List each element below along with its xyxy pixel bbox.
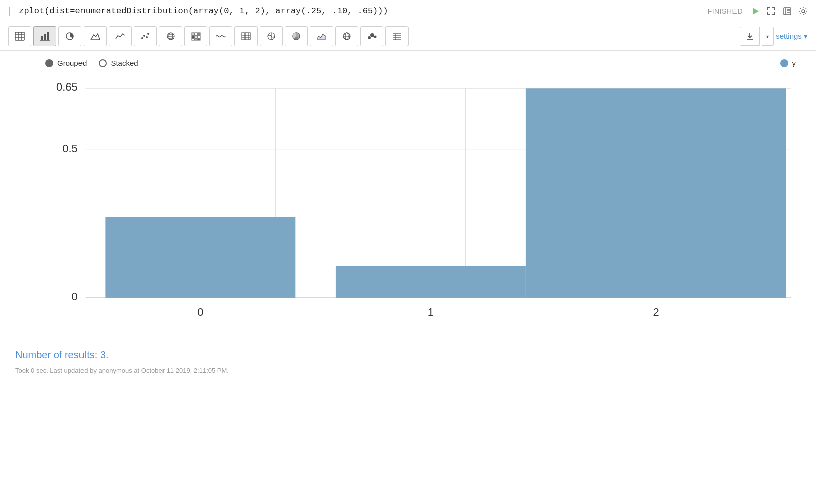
top-icons: [751, 7, 808, 16]
chart-container: Grouped Stacked y 0.65 0.5 0: [0, 51, 816, 334]
toolbar-heatmap-btn[interactable]: [184, 26, 207, 46]
legend-y: y: [780, 59, 796, 67]
y-label: y: [792, 59, 796, 67]
y-dot: [780, 59, 788, 67]
vertical-bar-separator: |: [8, 5, 11, 17]
svg-point-21: [147, 33, 149, 35]
bar-0: [105, 217, 295, 298]
svg-text:1: 1: [428, 306, 434, 319]
grouped-dot: [45, 59, 53, 67]
svg-rect-1: [784, 8, 791, 15]
legend-stacked[interactable]: Stacked: [99, 59, 138, 67]
svg-rect-7: [15, 32, 24, 40]
svg-text:0.5: 0.5: [62, 142, 77, 155]
svg-rect-27: [192, 33, 194, 35]
legend-grouped[interactable]: Grouped: [45, 59, 87, 67]
book-button[interactable]: [783, 7, 792, 16]
stacked-label: Stacked: [111, 59, 138, 67]
stacked-dot: [99, 59, 107, 67]
status-label: FINISHED: [708, 7, 743, 15]
chart-area: 0.65 0.5 0 0 1 2: [45, 72, 796, 324]
run-button[interactable]: [751, 7, 760, 16]
toolbar-pie-btn[interactable]: [58, 26, 81, 46]
chart-legend: Grouped Stacked y: [45, 59, 801, 67]
toolbar-table-btn[interactable]: [8, 26, 31, 46]
svg-rect-14: [47, 32, 49, 40]
svg-rect-36: [242, 33, 250, 40]
svg-point-49: [368, 36, 371, 39]
results-section: Number of results: 3. Took 0 sec. Last u…: [0, 334, 816, 379]
svg-text:0: 0: [197, 306, 203, 319]
svg-rect-35: [198, 39, 200, 40]
grouped-label: Grouped: [57, 59, 87, 67]
download-button[interactable]: [740, 27, 760, 46]
settings-gear-button[interactable]: [799, 7, 808, 16]
svg-point-20: [146, 36, 148, 38]
toolbar-smooth-btn[interactable]: [209, 26, 232, 46]
svg-marker-0: [753, 8, 759, 15]
expand-button[interactable]: [767, 7, 776, 16]
svg-text:0: 0: [71, 290, 77, 303]
toolbar-donut-btn[interactable]: [285, 26, 308, 46]
toolbar-right: ▾ settings ▾: [740, 27, 808, 46]
results-count: Number of results: 3.: [15, 349, 801, 361]
svg-rect-13: [44, 34, 46, 40]
svg-rect-29: [198, 33, 200, 35]
bar-2: [526, 88, 786, 298]
toolbar-bar-btn[interactable]: [33, 26, 56, 46]
toolbar-filter-btn[interactable]: [385, 26, 409, 46]
toolbar-globe1-btn[interactable]: [159, 26, 182, 46]
svg-text:2: 2: [652, 306, 659, 319]
toolbar-line-btn[interactable]: [109, 26, 132, 46]
code-input[interactable]: [19, 6, 699, 16]
svg-point-19: [143, 35, 145, 37]
toolbar-grid2-btn[interactable]: [234, 26, 258, 46]
svg-point-50: [370, 33, 374, 37]
toolbar-terrain-btn[interactable]: [310, 26, 333, 46]
svg-rect-34: [195, 39, 197, 40]
svg-point-6: [802, 10, 805, 13]
toolbar: ▾ settings ▾: [0, 22, 816, 51]
svg-rect-33: [192, 39, 194, 40]
toolbar-globe3-btn[interactable]: [335, 26, 358, 46]
settings-button[interactable]: settings ▾: [776, 32, 808, 41]
settings-label: settings ▾: [776, 32, 808, 41]
svg-rect-32: [198, 36, 200, 38]
toolbar-scatter-btn[interactable]: [134, 26, 157, 46]
toolbar-mountain-btn[interactable]: [84, 26, 107, 46]
svg-rect-30: [192, 36, 194, 38]
footer-text: Took 0 sec. Last updated by anonymous at…: [15, 367, 801, 374]
bar-1: [336, 266, 526, 298]
svg-point-51: [374, 36, 377, 38]
chart-svg: 0.65 0.5 0 0 1 2: [45, 72, 796, 324]
svg-rect-28: [195, 33, 197, 35]
toolbar-bubble-btn[interactable]: [360, 26, 383, 46]
download-arrow-button[interactable]: ▾: [762, 27, 774, 46]
top-bar: | FINISHED: [0, 0, 816, 22]
svg-rect-31: [195, 36, 197, 38]
svg-point-18: [141, 37, 143, 39]
svg-rect-12: [41, 36, 43, 40]
toolbar-globe2-btn[interactable]: [260, 26, 283, 46]
svg-text:0.65: 0.65: [56, 80, 78, 94]
